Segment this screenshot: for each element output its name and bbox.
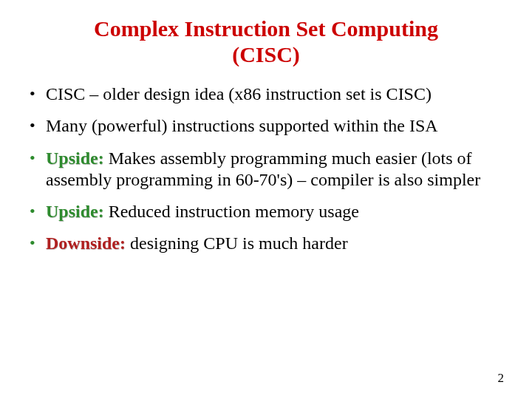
bullet-dot: • (30, 115, 35, 137)
bullet-dot: • (30, 201, 35, 222)
bullet-dot: • (30, 233, 35, 254)
bullet-label: Upside: (46, 149, 109, 168)
bullet-text: designing CPU is much harder (130, 233, 348, 253)
bullet-dot: • (30, 148, 35, 169)
bullet-item: • CISC – older design idea (x86 instruct… (22, 83, 510, 105)
bullet-dot: • (30, 83, 35, 105)
title-line-2: (CISC) (22, 42, 510, 68)
bullet-item: • Downside: designing CPU is much harder (22, 233, 510, 254)
bullet-item: • Upside: Reduced instruction memory usa… (22, 201, 510, 222)
bullet-text: Many (powerful) instructions supported w… (46, 116, 438, 135)
bullet-label: Downside: (46, 233, 130, 253)
bullet-label: Upside: (46, 202, 109, 221)
title-line-1: Complex Instruction Set Computing (22, 16, 510, 42)
bullet-text: Makes assembly programming much easier (… (46, 149, 480, 189)
bullet-text: Reduced instruction memory usage (109, 202, 359, 221)
bullet-list: • CISC – older design idea (x86 instruct… (22, 83, 510, 255)
slide-title: Complex Instruction Set Computing (CISC) (22, 16, 510, 67)
bullet-text: CISC – older design idea (x86 instructio… (46, 84, 432, 103)
page-number: 2 (498, 371, 505, 386)
bullet-item: • Many (powerful) instructions supported… (22, 115, 510, 137)
bullet-item: • Upside: Makes assembly programming muc… (22, 148, 510, 191)
